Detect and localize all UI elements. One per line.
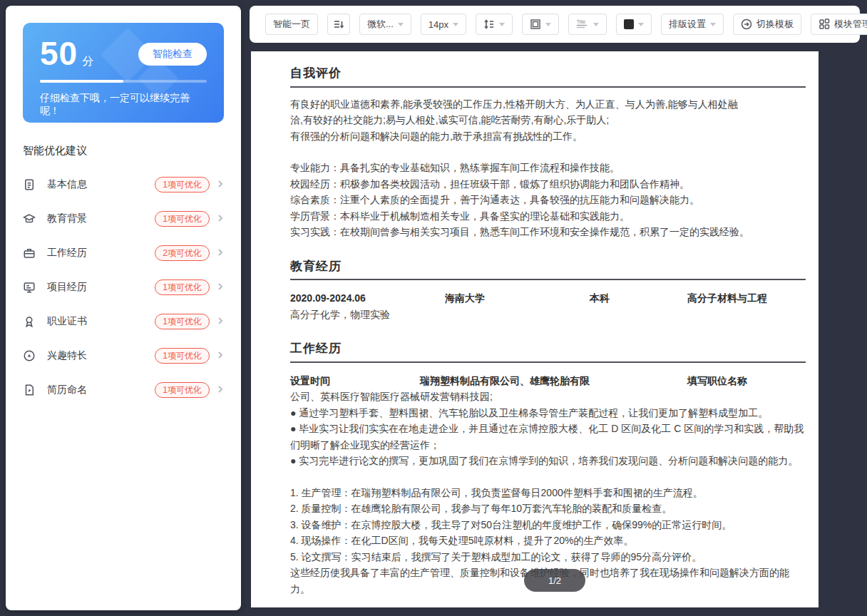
suggestions-title: 智能优化建议 bbox=[23, 144, 224, 158]
page-indicator: 1/2 bbox=[524, 569, 585, 592]
education-row[interactable]: 2020.09-2024.06 海南大学 本科 高分子材料与工程 bbox=[290, 290, 806, 307]
self-eval-line[interactable]: 综合素质：注重个人素质的全面提升，善于沟通表达，具备较强的抗压能力和问题解决能力… bbox=[290, 192, 806, 208]
score-value-group: 50分 bbox=[40, 37, 93, 70]
sidebar-item-label: 工作经历 bbox=[47, 247, 87, 260]
self-eval-line[interactable]: 学历背景：本科毕业于机械制造相关专业，具备坚实的理论基础和实践能力。 bbox=[290, 208, 806, 225]
sidebar-item-education[interactable]: 教育背景 1项可优化 bbox=[23, 202, 224, 236]
education-school[interactable]: 海南大学 bbox=[445, 290, 590, 307]
font-family-dropdown[interactable]: 微软... bbox=[359, 14, 411, 35]
work-achievement[interactable]: 1. 生产管理：在瑞翔塑料制品有限公司，我负责监督每日2000件塑料手套和围裙的… bbox=[290, 485, 806, 501]
optimize-badge: 1项可优化 bbox=[155, 279, 210, 295]
sidebar-item-label: 教育背景 bbox=[47, 212, 87, 225]
work-date-placeholder[interactable]: 设置时间 bbox=[290, 373, 420, 389]
chevron-down-icon bbox=[453, 23, 458, 26]
sidebar-item-certificate[interactable]: 职业证书 1项可优化 bbox=[23, 304, 224, 339]
self-eval-line[interactable]: 有良好的职业道德和素养,能承受较强的工作压力,性格开朗大方、为人正直、与人为善,… bbox=[290, 96, 806, 113]
auto-typeset-button[interactable] bbox=[327, 14, 350, 35]
self-eval-line[interactable]: 有很强的分析问题和解决问题的能力,敢于承担富有挑战性的工作。 bbox=[290, 128, 806, 145]
chevron-down-icon bbox=[545, 23, 551, 26]
score-unit: 分 bbox=[82, 55, 93, 67]
section-title[interactable]: 自我评价 bbox=[290, 66, 806, 88]
chevron-right-icon bbox=[217, 212, 224, 225]
page-margin-dropdown[interactable] bbox=[522, 14, 559, 35]
chevron-right-icon bbox=[217, 281, 224, 294]
chevron-right-icon bbox=[217, 384, 224, 396]
page-margin-icon bbox=[530, 19, 541, 30]
sort-lines-icon bbox=[333, 19, 344, 30]
education-degree[interactable]: 本科 bbox=[590, 290, 687, 307]
section-self-evaluation[interactable]: 自我评价 有良好的职业道德和素养,能承受较强的工作压力,性格开朗大方、为人正直、… bbox=[290, 66, 806, 240]
sidebar-item-interest[interactable]: 兴趣特长 1项可优化 bbox=[23, 339, 224, 373]
chevron-right-icon bbox=[217, 349, 224, 362]
modules-grid-icon bbox=[819, 19, 830, 30]
section-education[interactable]: 教育经历 2020.09-2024.06 海南大学 本科 高分子材料与工程 高分… bbox=[290, 259, 806, 323]
sidebar-item-label: 基本信息 bbox=[47, 178, 87, 191]
work-achievement[interactable]: 4. 现场操作：在化工D区间，我每天处理5吨原材料，提升了20%的生产效率。 bbox=[290, 533, 806, 549]
sidebar-item-project[interactable]: 项目经历 1项可优化 bbox=[23, 270, 224, 304]
chevron-down-icon bbox=[593, 23, 599, 26]
switch-template-button[interactable]: 切换模板 bbox=[733, 14, 801, 35]
education-courses[interactable]: 高分子化学，物理实验 bbox=[290, 307, 806, 323]
self-eval-line[interactable]: 实习实践：在校期间曾参与相关实习项目，熟悉车间工作环境和安全操作规范，积累了一定… bbox=[290, 224, 806, 240]
sidebar-item-work[interactable]: 工作经历 2项可优化 bbox=[23, 236, 224, 270]
layout-settings-label: 排版设置 bbox=[669, 18, 706, 31]
theme-color-dropdown[interactable] bbox=[616, 14, 652, 35]
work-achievement[interactable]: 3. 设备维护：在京博控股大楼，我主导了对50台注塑机的年度维护工作，确保99%… bbox=[290, 517, 806, 533]
work-company-wrap[interactable]: 公司、英科医疗智能医疗器械研发营销科技园; bbox=[290, 389, 806, 405]
color-swatch-icon bbox=[624, 19, 634, 29]
id-card-icon bbox=[23, 178, 37, 192]
switch-template-icon bbox=[741, 19, 752, 30]
self-eval-line[interactable]: 洽,有较好的社交能力;易与人相处,诚实可信,能吃苦耐劳,有耐心,乐于助人; bbox=[290, 112, 806, 128]
layout-settings-dropdown[interactable]: 排版设置 bbox=[661, 14, 724, 35]
module-manage-button[interactable]: 模块管理 bbox=[811, 14, 867, 35]
education-major[interactable]: 高分子材料与工程 bbox=[687, 290, 767, 307]
work-header-row[interactable]: 设置时间 瑞翔塑料制品有限公司、雄鹰轮胎有限 填写职位名称 bbox=[290, 373, 806, 389]
font-size-dropdown[interactable]: 14px bbox=[421, 14, 466, 35]
title-style-dropdown[interactable]: Title bbox=[568, 14, 607, 35]
score-value: 50 bbox=[40, 35, 78, 72]
line-spacing-icon bbox=[483, 19, 495, 30]
rename-icon bbox=[23, 383, 37, 397]
suggestions-list: 基本信息 1项可优化 教育背景 1项可优化 工作经历 2项可优化 bbox=[23, 168, 224, 407]
work-achievement[interactable]: 2. 质量控制：在雄鹰轮胎有限公司，我参与了每年10万套汽车轮胎的装配和质量检查… bbox=[290, 500, 806, 517]
self-eval-line[interactable]: 校园经历：积极参加各类校园活动，担任班级干部，锻炼了组织协调能力和团队合作精神。 bbox=[290, 176, 806, 192]
work-achievement[interactable]: 5. 论文撰写：实习结束后，我撰写了关于塑料成型加工的论文，获得了导师的95分高… bbox=[290, 549, 806, 565]
work-position-placeholder[interactable]: 填写职位名称 bbox=[687, 373, 747, 389]
education-date[interactable]: 2020.09-2024.06 bbox=[290, 290, 445, 307]
sidebar-item-rename[interactable]: 简历命名 1项可优化 bbox=[23, 373, 224, 407]
svg-text:Title: Title bbox=[577, 19, 585, 24]
work-bullet[interactable]: ● 通过学习塑料手套、塑料围裙、汽车轮胎以及卫生棉条导管生产装配过程，让我们更加… bbox=[290, 405, 806, 421]
smart-one-page-button[interactable]: 智能一页 bbox=[265, 14, 318, 35]
optimize-badge: 2项可优化 bbox=[155, 245, 210, 261]
section-title[interactable]: 教育经历 bbox=[290, 259, 806, 281]
section-work[interactable]: 工作经历 设置时间 瑞翔塑料制品有限公司、雄鹰轮胎有限 填写职位名称 公司、英科… bbox=[290, 341, 806, 597]
work-bullet[interactable]: ● 实习完毕进行论文的撰写，更加巩固了我们在京博学到的知识，培养我们发现问题、分… bbox=[290, 453, 806, 469]
work-bullet[interactable]: ● 毕业实习让我们实实在在地走进企业，并且通过在京博控股大楼、化工 D 区间及化… bbox=[290, 421, 806, 453]
chevron-down-icon bbox=[499, 23, 505, 26]
title-style-icon: Title bbox=[576, 19, 589, 30]
sidebar-item-label: 简历命名 bbox=[47, 384, 87, 396]
optimize-badge: 1项可优化 bbox=[155, 314, 210, 329]
chevron-down-icon bbox=[710, 23, 716, 26]
briefcase-icon bbox=[23, 246, 37, 260]
interest-icon bbox=[23, 349, 37, 363]
certificate-icon bbox=[23, 314, 37, 329]
optimize-badge: 1项可优化 bbox=[155, 211, 210, 227]
font-family-value: 微软... bbox=[367, 18, 394, 31]
optimization-sidebar: 50分 智能检查 仔细检查下哦，一定可以继续完善呢！ 智能优化建议 基本信息 1… bbox=[6, 6, 241, 610]
resume-editor-app: 50分 智能检查 仔细检查下哦，一定可以继续完善呢！ 智能优化建议 基本信息 1… bbox=[0, 0, 867, 616]
chevron-down-icon bbox=[398, 23, 404, 26]
work-company[interactable]: 瑞翔塑料制品有限公司、雄鹰轮胎有限 bbox=[420, 373, 687, 389]
resume-page[interactable]: 自我评价 有良好的职业道德和素养,能承受较强的工作压力,性格开朗大方、为人正直、… bbox=[251, 51, 819, 607]
optimize-badge: 1项可优化 bbox=[155, 348, 210, 364]
chevron-right-icon bbox=[217, 315, 224, 328]
sidebar-item-label: 职业证书 bbox=[47, 315, 87, 328]
editor-toolbar: 智能一页 微软... 14px Title 排版设置 切换模板 bbox=[250, 6, 860, 43]
self-eval-line[interactable]: 专业能力：具备扎实的专业基础知识，熟练掌握车间工作流程和操作技能。 bbox=[290, 160, 806, 176]
chevron-down-icon bbox=[638, 23, 644, 26]
line-spacing-dropdown[interactable] bbox=[476, 14, 513, 35]
score-progress-fill bbox=[40, 80, 123, 83]
section-title[interactable]: 工作经历 bbox=[290, 341, 806, 363]
sidebar-item-basic-info[interactable]: 基本信息 1项可优化 bbox=[23, 168, 224, 202]
graduation-cap-icon bbox=[23, 212, 37, 226]
